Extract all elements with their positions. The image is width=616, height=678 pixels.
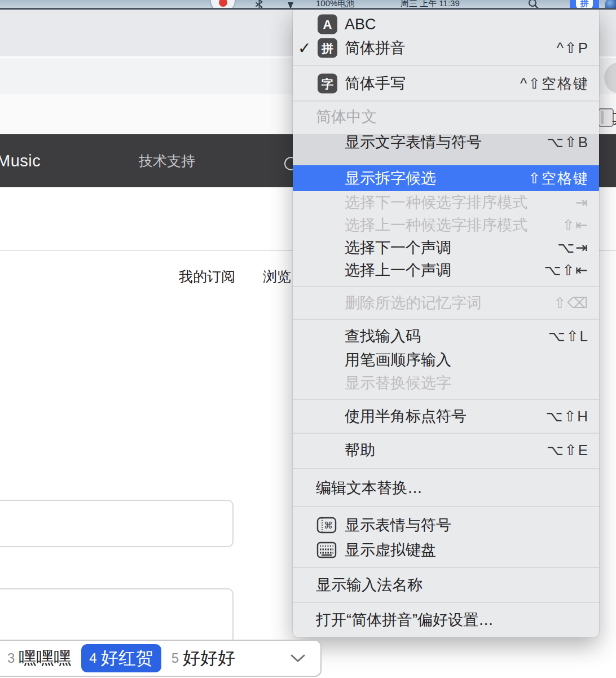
menu-separator: [293, 156, 599, 165]
menu-separator: [293, 597, 599, 607]
menu-item-label: 打开“简体拼音”偏好设置…: [316, 610, 494, 630]
candidate-index: 3: [7, 650, 15, 666]
menu-separator: [293, 60, 599, 71]
chevron-down-icon[interactable]: [290, 654, 306, 663]
virtual-keyboard-icon: [316, 541, 337, 558]
menu-separator: [293, 562, 599, 573]
candidate-text: 嘿嘿嘿: [19, 646, 71, 670]
candidate-4-selected[interactable]: 4好红贺: [81, 644, 161, 672]
menu-item-label: 使用半角标点符号: [345, 406, 467, 426]
menu-item-label: 显示表情与符号: [345, 515, 451, 535]
form-textarea-field[interactable]: [0, 588, 234, 647]
menu-item-shortcut: ⌥⇥: [557, 239, 589, 257]
menu-item-label: 选择上一个声调: [345, 260, 451, 280]
menu-item-help[interactable]: 帮助⌥⇧E: [293, 438, 599, 462]
menu-item-input-source-abc[interactable]: AABC: [293, 13, 599, 36]
menu-item-shortcut: ^⇧P: [557, 39, 589, 57]
menu-item-next-tone[interactable]: 选择下一个声调⌥⇥: [293, 236, 599, 259]
menu-item-stroke-order-input[interactable]: 用笔画顺序输入: [293, 348, 599, 372]
menu-separator: [293, 428, 599, 438]
menu-item-label: 选择下一个声调: [345, 237, 451, 258]
menu-item-show-replacement-candidates: 显示替换候选字: [293, 372, 599, 394]
menu-separator: [293, 96, 599, 105]
menu-item-shortcut: ⇧⇤: [562, 217, 589, 234]
menu-item-delete-selected-memorized-words: 删除所选的记忆字词⇧⌫: [293, 292, 599, 314]
menu-item-label: ABC: [345, 16, 376, 33]
menu-item-label: 用笔画顺序输入: [345, 350, 451, 370]
tab-browse[interactable]: 浏览: [263, 267, 291, 286]
menu-item-previous-candidate-sort-mode: 选择上一种候选字排序模式⇧⇤: [293, 214, 599, 236]
menu-item-input-source-simplified-handwriting[interactable]: 字简体手写^⇧空格键: [293, 71, 599, 96]
input-source-badge-icon: 字: [318, 74, 337, 94]
input-source-badge-icon: 拼: [318, 38, 337, 58]
checkmark-icon: ✓: [298, 39, 311, 58]
candidate-index: 4: [89, 650, 96, 666]
menu-item-shortcut: ^⇧空格键: [520, 74, 589, 94]
ime-candidate-bar: 3嘿嘿嘿4好红贺5好好好: [0, 640, 322, 677]
support-nav-link[interactable]: 技术支持: [139, 134, 195, 187]
menu-item-label: 选择下一种候选字排序模式: [345, 192, 527, 213]
candidate-text: 好红贺: [101, 646, 153, 670]
menu-item-label: 显示文字表情与符号: [345, 132, 482, 152]
menu-item-shortcut: ⌥⇧⇤: [544, 262, 589, 279]
menu-item-label: 简体手写: [345, 73, 406, 94]
menu-item-shortcut: ⇧空格键: [528, 169, 589, 188]
menu-item-shortcut: ⇥: [575, 194, 589, 212]
music-brand-link[interactable]: Music: [0, 134, 41, 187]
menu-item-shortcut: ⌥⇧H: [545, 408, 589, 425]
emoji-panel-icon: ⌘: [316, 517, 337, 534]
menu-item-label: 显示虚拟键盘: [345, 540, 436, 560]
menu-item-next-candidate-sort-mode: 选择下一种候选字排序模式⇥: [293, 191, 599, 214]
clipped-page-text: 其: [612, 108, 616, 125]
menu-item-label: 编辑文本替换…: [316, 478, 423, 498]
menu-separator: [293, 394, 599, 404]
candidate-text: 好好好: [183, 646, 235, 670]
menu-item-show-emoji-and-symbols[interactable]: ⌘显示表情与符号: [293, 513, 599, 538]
menu-item-label: 查找输入码: [345, 326, 421, 346]
menu-item-label: 帮助: [345, 440, 375, 460]
input-method-dropdown-menu: AABC✓拼简体拼音^⇧P字简体手写^⇧空格键简体中文显示文字表情与符号⌥⇧B显…: [293, 10, 599, 637]
svg-text:⌘: ⌘: [324, 520, 333, 531]
menu-item-label: 显示拆字候选: [345, 168, 436, 188]
section-simplified-chinese: 简体中文: [293, 105, 599, 128]
menu-item-use-halfwidth-punctuation[interactable]: 使用半角标点符号⌥⇧H: [293, 404, 599, 428]
menu-item-show-input-method-name[interactable]: 显示输入法名称: [293, 573, 599, 597]
menu-item-show-text-emoji-symbols[interactable]: 显示文字表情与符号⌥⇧B: [293, 128, 599, 156]
menu-item-shortcut: ⌥⇧L: [548, 328, 589, 345]
menu-separator: [293, 462, 599, 476]
pinyin-input-icon: 拼: [576, 0, 593, 8]
menu-separator: [293, 281, 599, 292]
menu-item-shortcut: ⌥⇧E: [547, 442, 589, 459]
menu-separator: [293, 500, 599, 513]
menu-item-label: 简体拼音: [345, 38, 406, 58]
menu-separator: [293, 314, 599, 324]
menu-item-edit-text-substitutions[interactable]: 编辑文本替换…: [293, 476, 599, 500]
candidate-index: 5: [171, 650, 179, 666]
menu-item-find-input-code[interactable]: 查找输入码⌥⇧L: [293, 324, 599, 348]
menu-item-label: 显示输入法名称: [316, 575, 423, 595]
menu-item-previous-tone[interactable]: 选择上一个声调⌥⇧⇤: [293, 259, 599, 281]
input-source-badge-icon: A: [318, 15, 337, 34]
menu-item-show-split-character-candidates[interactable]: 显示拆字候选⇧空格键: [293, 165, 599, 191]
menu-item-shortcut: ⇧⌫: [553, 294, 589, 312]
menu-item-shortcut: ⌥⇧B: [547, 134, 589, 151]
sidebar-panel-icon[interactable]: [598, 108, 614, 127]
menu-item-label: 显示替换候选字: [345, 373, 451, 393]
candidate-3[interactable]: 3嘿嘿嘿: [7, 646, 71, 670]
menu-item-open-simplified-pinyin-preferences[interactable]: 打开“简体拼音”偏好设置…: [293, 607, 599, 632]
candidate-5[interactable]: 5好好好: [171, 646, 235, 670]
menu-item-label: 删除所选的记忆字词: [345, 293, 482, 313]
tab-my-subscriptions[interactable]: 我的订阅: [179, 267, 235, 286]
menu-item-label: 简体中文: [316, 107, 377, 127]
menu-item-show-virtual-keyboard[interactable]: 显示虚拟键盘: [293, 538, 599, 562]
macos-menubar: 100%电池 周三 上午 11:39 拼: [0, 0, 616, 10]
menu-item-input-source-simplified-pinyin[interactable]: ✓拼简体拼音^⇧P: [293, 36, 599, 60]
menu-item-label: 选择上一种候选字排序模式: [345, 215, 527, 235]
menubar-bottom-edge: [0, 8, 616, 10]
form-input-field[interactable]: [0, 500, 234, 547]
